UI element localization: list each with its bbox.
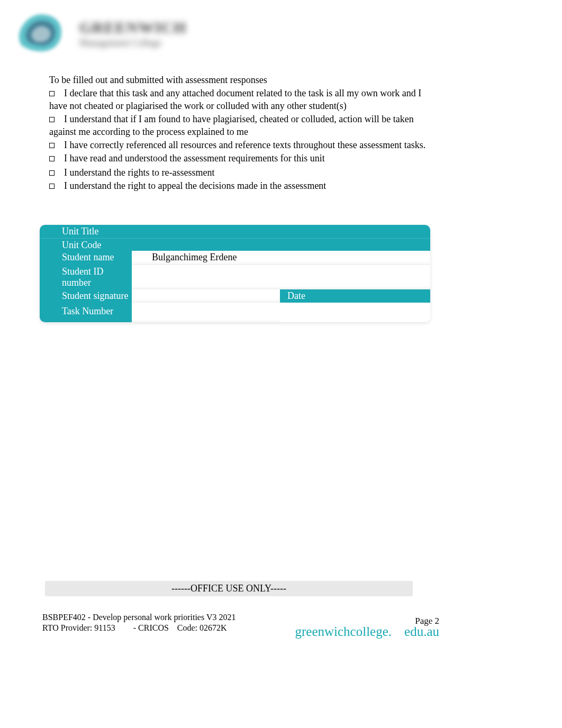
logo-sub-text: Management College [79,38,186,49]
intro-text: To be filled out and submitted with asse… [49,74,436,86]
declaration-item: I understand the right to appeal the dec… [49,180,436,192]
footer-cricos-code: Code: 02672K [177,623,227,632]
declaration-item: I understand the rights to re-assessment [49,167,436,179]
office-use-banner: ------OFFICE USE ONLY----- [45,581,413,596]
label-text: Student signature [62,290,128,301]
checkbox-icon[interactable] [49,170,55,176]
declaration-text: I have read and understood the assessmen… [64,153,325,163]
label-student-id: Student ID number [40,265,132,289]
label-task-number: Task Number [40,303,132,322]
label-student-name: Student name [40,251,132,265]
value-student-name[interactable]: Bulganchimeg Erdene [132,251,430,265]
label-text: Student ID number [62,266,104,288]
student-form: Unit Title Unit Code Student name Bulgan… [40,225,430,322]
declaration-text: I declare that this task and any attache… [49,88,421,111]
declaration-text: I understand that if I am found to have … [49,114,414,136]
footer: BSBPEF402 - Develop personal work priori… [42,613,439,633]
url-part1: greenwichcollege. [295,624,392,639]
logo: GREENWICH Management College [11,8,201,58]
declaration-item: I have read and understood the assessmen… [49,152,436,165]
footer-course: BSBPEF402 - Develop personal work priori… [42,613,439,622]
value-student-signature[interactable] [132,289,280,303]
label-unit-title: Unit Title [40,225,430,239]
label-date: Date [280,289,430,303]
label-unit-code: Unit Code [40,239,430,251]
checkbox-icon[interactable] [49,184,55,189]
url-part2: edu.au [404,624,439,639]
label-student-signature: Student signature [40,289,132,303]
checkbox-icon[interactable] [49,156,55,161]
value-task-extra[interactable] [280,303,430,322]
declaration-section: To be filled out and submitted with asse… [49,74,436,194]
footer-cricos-label: - CRICOS [133,623,169,632]
declaration-item: I declare that this task and any attache… [49,87,436,112]
declaration-text: I have correctly referenced all resource… [64,140,425,150]
value-student-id[interactable] [132,265,430,289]
logo-text: GREENWICH Management College [79,19,186,49]
checkbox-icon[interactable] [49,143,55,148]
value-task-number[interactable] [132,303,280,322]
declaration-item: I understand that if I am found to have … [49,113,436,138]
declaration-text: I understand the rights to re-assessment [64,167,214,178]
footer-rto: RTO Provider: 91153 [42,623,115,632]
checkbox-icon[interactable] [49,91,55,96]
logo-main-text: GREENWICH [79,19,186,37]
checkbox-icon[interactable] [49,117,55,122]
declaration-text: I understand the right to appeal the dec… [64,180,326,191]
declaration-item: I have correctly referenced all resource… [49,139,436,151]
label-text: Student name [62,252,114,262]
footer-url: greenwichcollege.edu.au [295,624,440,639]
logo-swirl-icon [11,8,71,56]
